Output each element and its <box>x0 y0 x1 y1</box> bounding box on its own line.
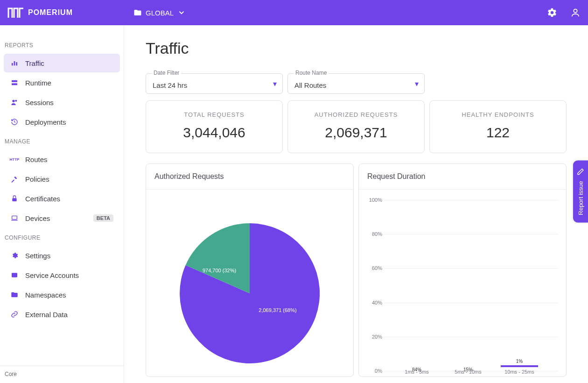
bar-value-label: 1% <box>501 359 538 364</box>
sidebar-item-label: Policies <box>25 175 49 183</box>
brand-name: POMERIUM <box>28 8 73 17</box>
sidebar-item-label: Runtime <box>25 79 51 87</box>
sidebar-item-traffic[interactable]: Traffic <box>4 54 120 72</box>
chevron-down-icon: ▾ <box>273 79 277 88</box>
y-tick: 0% <box>365 368 382 374</box>
stat-value: 122 <box>434 125 561 141</box>
sidebar-item-label: Traffic <box>25 59 44 67</box>
folder-icon <box>133 8 142 17</box>
sidebar-footer: Core <box>0 366 124 383</box>
date-filter-label: Date Filter <box>152 70 181 76</box>
sidebar-item-label: Namespaces <box>25 291 66 299</box>
stat-value: 2,069,371 <box>293 125 420 141</box>
date-filter-value: Last 24 hrs <box>153 81 187 89</box>
history-icon <box>10 118 19 126</box>
report-issue-tab[interactable]: Report issue <box>573 161 588 223</box>
main-content: Traffic Date Filter Last 24 hrs ▾ Route … <box>124 25 588 383</box>
http-icon: HTTP <box>10 155 19 163</box>
y-tick: 60% <box>365 265 382 271</box>
report-issue-label: Report issue <box>577 181 584 215</box>
bar-rect: 1% <box>501 365 538 367</box>
sidebar-item-label: Routes <box>25 156 48 163</box>
y-tick: 100% <box>365 197 382 203</box>
svg-rect-9 <box>12 216 17 219</box>
sidebar-item-runtime[interactable]: Runtime <box>4 73 120 92</box>
stat-healthy-endpoints: HEALTHY ENDPOINTS 122 <box>429 100 567 153</box>
namespace-selector[interactable]: GLOBAL <box>133 8 186 17</box>
svg-point-6 <box>12 100 14 102</box>
card-title: Authorized Requests <box>146 164 353 190</box>
sidebar-item-policies[interactable]: Policies <box>4 170 120 188</box>
page-title: Traffic <box>146 39 567 57</box>
date-filter-select[interactable]: Date Filter Last 24 hrs ▾ <box>146 73 283 94</box>
chevron-down-icon <box>177 8 186 17</box>
user-icon[interactable] <box>570 7 581 18</box>
svg-rect-5 <box>12 83 17 85</box>
sidebar-section-title-manage: MANAGE <box>0 132 124 149</box>
sidebar-item-routes[interactable]: HTTP Routes <box>4 150 120 169</box>
svg-rect-3 <box>16 62 17 65</box>
svg-rect-8 <box>12 198 16 201</box>
sidebar-item-label: Devices <box>25 214 50 222</box>
svg-point-0 <box>574 9 577 13</box>
svg-rect-1 <box>12 63 13 65</box>
svg-point-7 <box>15 100 17 102</box>
sidebar-item-label: Service Accounts <box>25 271 79 279</box>
pie-slice-label-unauthorized: 974,700 (32%) <box>203 268 236 273</box>
sidebar-item-deployments[interactable]: Deployments <box>4 113 120 131</box>
stat-total-requests: TOTAL REQUESTS 3,044,046 <box>146 100 283 153</box>
route-filter-select[interactable]: Route Name All Routes ▾ <box>287 73 425 94</box>
brand: POMERIUM <box>7 7 73 18</box>
card-authorized-requests: Authorized Requests 2,069,371 (68%) 974,… <box>146 163 354 377</box>
chart-bar-icon <box>10 59 19 67</box>
sidebar-item-settings[interactable]: Settings <box>4 246 120 265</box>
stat-label: TOTAL REQUESTS <box>151 111 278 118</box>
y-tick: 20% <box>365 334 382 340</box>
gear-icon <box>10 251 19 260</box>
sidebar-item-label: Deployments <box>25 118 66 126</box>
sidebar-item-label: Sessions <box>25 99 54 106</box>
top-bar: POMERIUM GLOBAL <box>0 0 588 25</box>
svg-rect-2 <box>14 61 15 65</box>
x-tick: 5ms - 10ms <box>449 369 487 375</box>
sidebar-item-devices[interactable]: Devices BETA <box>4 209 120 227</box>
pie-chart: 2,069,371 (68%) 974,700 (32%) <box>151 196 349 376</box>
svg-rect-4 <box>12 80 17 82</box>
stat-value: 3,044,046 <box>151 125 278 141</box>
brand-logo-icon <box>7 7 23 18</box>
bar-chart: 100% 80% 60% 40% 20% 0% <box>384 196 559 374</box>
chevron-down-icon: ▾ <box>415 79 419 88</box>
stat-authorized-requests: AUTHORIZED REQUESTS 2,069,371 <box>287 100 425 153</box>
folder-icon <box>10 291 19 299</box>
card-request-duration: Request Duration 100% 80% 60% 40% 20% <box>358 163 567 377</box>
server-icon <box>10 78 19 87</box>
sidebar-item-sessions[interactable]: Sessions <box>4 93 120 112</box>
y-tick: 80% <box>365 231 382 237</box>
namespace-label: GLOBAL <box>146 9 174 17</box>
pie-slice-label-authorized: 2,069,371 (68%) <box>259 307 296 313</box>
id-card-icon <box>10 271 19 279</box>
sidebar-item-service-accounts[interactable]: Service Accounts <box>4 266 120 284</box>
svg-rect-10 <box>12 273 17 277</box>
users-icon <box>10 98 19 106</box>
lock-icon <box>10 194 19 203</box>
sidebar: REPORTS Traffic Runtime Sessions Deploym… <box>0 25 124 383</box>
sidebar-section-title-reports: REPORTS <box>0 35 124 53</box>
stat-label: HEALTHY ENDPOINTS <box>434 111 561 118</box>
pencil-icon <box>577 168 584 177</box>
settings-gear-icon[interactable] <box>547 7 557 18</box>
x-tick: 10ms - 25ms <box>501 369 538 375</box>
sidebar-section-title-configure: CONFIGURE <box>0 228 124 246</box>
sidebar-item-label: Settings <box>25 252 50 260</box>
card-title: Request Duration <box>359 164 566 190</box>
sidebar-item-external-data[interactable]: External Data <box>4 305 120 324</box>
sidebar-item-namespaces[interactable]: Namespaces <box>4 285 120 304</box>
sidebar-item-label: External Data <box>25 311 68 319</box>
route-filter-value: All Routes <box>294 81 326 89</box>
route-filter-label: Route Name <box>294 70 329 76</box>
beta-badge: BETA <box>93 214 113 222</box>
x-tick: 1ms - 5ms <box>398 369 435 375</box>
sidebar-item-certificates[interactable]: Certificates <box>4 189 120 208</box>
stat-label: AUTHORIZED REQUESTS <box>293 111 420 118</box>
y-tick: 40% <box>365 300 382 305</box>
